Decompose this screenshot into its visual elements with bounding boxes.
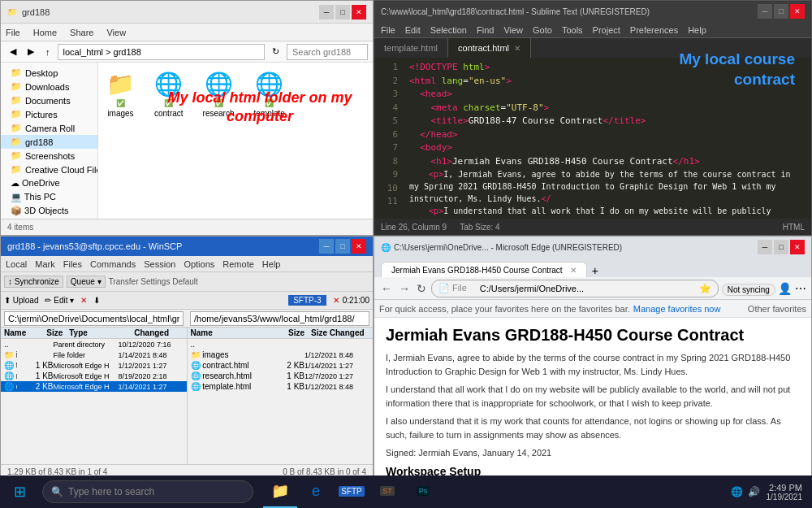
browser-tab-close[interactable]: ✕ (570, 266, 577, 275)
remote-row-parent[interactable]: .. (188, 339, 374, 350)
taskbar-search-icon: 🔍 (51, 486, 63, 497)
tab-contract[interactable]: contract.html ✕ (448, 38, 531, 58)
browser-minimize[interactable]: ─ (758, 240, 772, 254)
tree-pictures[interactable]: 📁 Pictures (1, 107, 97, 121)
maximize-button[interactable]: □ (335, 5, 350, 20)
winscp-menu-session[interactable]: Session (144, 259, 175, 269)
winscp-menu-remote[interactable]: Remote (222, 259, 254, 269)
winscp-menu-options[interactable]: Options (184, 259, 214, 269)
forward-button[interactable]: ▶ (24, 44, 38, 59)
local-row-parent[interactable]: .. Parent directory 10/12/2020 7:16 (1, 339, 187, 350)
winscp-menu-commands[interactable]: Commands (90, 259, 136, 269)
sublime-statusbar: Line 26, Column 9 Tab Size: 4 HTML (374, 219, 811, 235)
menu-view[interactable]: View (503, 25, 523, 35)
remote-row-research[interactable]: 🌐 research.html 1 KB 12/7/2020 1:27 (188, 371, 374, 381)
taskbar-sftp-icon[interactable]: SFTP (335, 475, 369, 508)
settings-icon[interactable]: ⋯ (795, 282, 806, 295)
tree-creative-cloud[interactable]: 📁 Creative Cloud File (1, 163, 97, 176)
winscp-menu-help[interactable]: Help (262, 259, 281, 269)
taskbar-ps-icon[interactable]: Ps (406, 475, 440, 508)
tree-onedrive[interactable]: ☁ OneDrive (1, 176, 97, 190)
star-icon[interactable]: ⭐ (699, 283, 711, 294)
tree-downloads[interactable]: 📁 Downloads (1, 80, 97, 93)
menu-help[interactable]: Help (688, 25, 706, 35)
upload-btn[interactable]: ⬆ Upload (4, 296, 38, 305)
sublime-minimize[interactable]: ─ (758, 4, 772, 19)
ribbon-home[interactable]: Home (33, 28, 57, 37)
local-row-research[interactable]: 🌐 research.html 1 KB Microsoft Edge H 8/… (1, 371, 187, 381)
winscp-menu-files[interactable]: Files (63, 259, 82, 269)
taskbar-sublime-icon[interactable]: ST (370, 475, 404, 508)
local-row-contract[interactable]: 🌐 contract.html 2 KB Microsoft Edge H 1/… (1, 381, 187, 392)
tree-documents[interactable]: 📁 Documents (1, 93, 97, 107)
local-path-input[interactable] (4, 311, 184, 326)
ribbon-file[interactable]: File (6, 28, 20, 37)
menu-find[interactable]: Find (477, 25, 494, 35)
sublime-taskbar-icon: ST (380, 486, 395, 496)
search-input[interactable] (287, 44, 368, 60)
ribbon-share[interactable]: Share (70, 28, 93, 37)
winscp-title: grd188 - jevans53@sftp.cpcc.edu - WinSCP (7, 241, 182, 251)
local-row-template[interactable]: 🌐 template.html 1 KB Microsoft Edge H 1/… (1, 360, 187, 371)
minimize-button[interactable]: ─ (319, 5, 334, 20)
url-input[interactable] (472, 280, 694, 297)
tree-screenshots[interactable]: 📁 Screenshots (1, 149, 97, 163)
tab-close-icon[interactable]: ✕ (514, 44, 520, 53)
winscp-menu-local[interactable]: Local (6, 259, 27, 269)
remote-row-contract[interactable]: 🌐 contract.html 2 KB 1/14/2021 1:27 (188, 360, 374, 371)
taskbar-search[interactable]: 🔍 Type here to search (42, 480, 253, 503)
manage-favorites-link[interactable]: Manage favorites now (633, 304, 721, 314)
winscp-minimize[interactable]: ─ (319, 239, 334, 254)
taskbar-explorer-icon[interactable]: 📁 (263, 475, 297, 508)
browser-forward[interactable]: → (397, 280, 412, 297)
up-button[interactable]: ↑ (41, 45, 54, 59)
start-button[interactable]: ⊞ (0, 475, 39, 508)
file-images[interactable]: 📁 ✅ images (103, 67, 138, 121)
volume-icon[interactable]: 🔊 (748, 486, 760, 497)
remote-row-images[interactable]: 📁 images 1/12/2021 8:48 (188, 350, 374, 360)
menu-preferences[interactable]: Preferences (630, 25, 678, 35)
menu-selection[interactable]: Selection (430, 25, 467, 35)
tree-grd188[interactable]: 📁 grd188 (1, 135, 97, 149)
tab-template[interactable]: template.html (374, 38, 448, 58)
ribbon-view[interactable]: View (106, 28, 126, 37)
menu-file[interactable]: File (381, 25, 395, 35)
local-row-images[interactable]: 📁 images File folder 1/14/2021 8:48 (1, 350, 187, 360)
delete-icon[interactable]: ✕ (80, 296, 87, 305)
tree-camera-roll[interactable]: 📁 Camera Roll (1, 121, 97, 135)
tree-desktop[interactable]: 📁 Desktop (1, 66, 97, 80)
sync-button[interactable]: Not syncing 👤 (722, 282, 792, 295)
synchronize-btn[interactable]: ↕ Synchronize (4, 276, 63, 288)
browser-refresh[interactable]: ↻ (415, 280, 428, 297)
menu-edit[interactable]: Edit (405, 25, 421, 35)
browser-back[interactable]: ← (379, 280, 394, 297)
winscp-close[interactable]: ✕ (352, 239, 366, 254)
winscp-menu-mark[interactable]: Mark (35, 259, 54, 269)
taskbar: ⊞ 🔍 Type here to search 📁 e SFTP ST Ps 🌐… (0, 475, 812, 508)
menu-tools[interactable]: Tools (562, 25, 583, 35)
address-bar[interactable] (58, 44, 266, 60)
sublime-maximize[interactable]: □ (774, 4, 788, 19)
tree-this-pc[interactable]: 💻 This PC (1, 190, 97, 204)
new-tab-button[interactable]: + (592, 264, 598, 277)
browser-maximize[interactable]: □ (774, 240, 788, 254)
network-icon[interactable]: 🌐 (731, 486, 743, 497)
menu-project[interactable]: Project (593, 25, 620, 35)
menu-goto[interactable]: Goto (533, 25, 552, 35)
tree-3d-objects[interactable]: 📦 3D Objects (1, 204, 97, 218)
queue-btn[interactable]: Queue ▾ (67, 276, 106, 288)
refresh-button[interactable]: ↻ (268, 44, 283, 59)
other-favorites[interactable]: Other favorites (748, 304, 806, 314)
back-button[interactable]: ◀ (6, 44, 20, 59)
sublime-close[interactable]: ✕ (790, 4, 805, 19)
disconnect-btn[interactable]: ✕ (333, 296, 339, 305)
remote-path-input[interactable] (190, 311, 369, 326)
download-icon[interactable]: ⬇ (93, 296, 100, 305)
browser-tab-contract[interactable]: Jermiah Evans GRD188-H450 Course Contrac… (381, 262, 587, 277)
browser-close[interactable]: ✕ (790, 240, 805, 254)
close-button[interactable]: ✕ (352, 5, 366, 20)
winscp-maximize[interactable]: □ (335, 239, 350, 254)
edit-btn[interactable]: ✏ Edit ▾ (45, 296, 74, 305)
taskbar-edge-icon[interactable]: e (299, 475, 333, 508)
remote-row-template[interactable]: 🌐 template.html 1 KB 1/12/2021 8:48 (188, 381, 374, 392)
